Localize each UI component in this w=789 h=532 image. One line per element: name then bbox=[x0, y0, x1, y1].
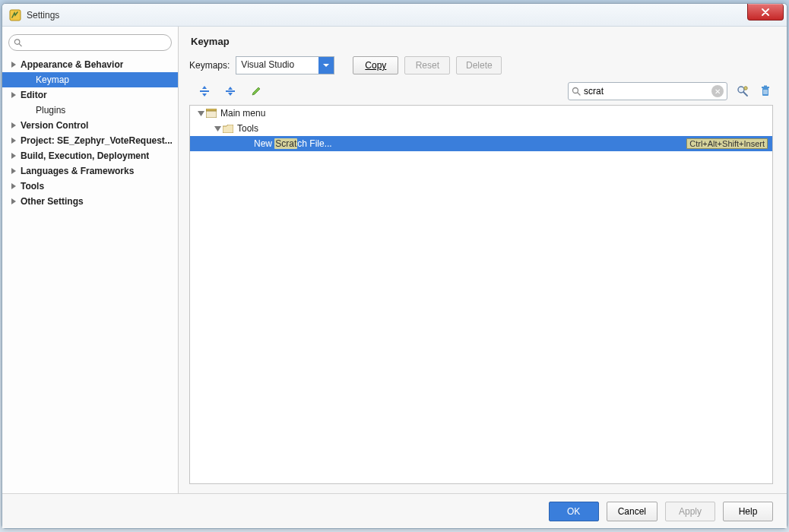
svg-line-2 bbox=[19, 44, 21, 46]
svg-point-5 bbox=[573, 88, 578, 93]
expand-all-icon[interactable] bbox=[197, 84, 212, 99]
footer: OK Cancel Apply Help bbox=[2, 493, 787, 528]
chevron-right-icon bbox=[10, 198, 17, 205]
svg-point-9 bbox=[744, 87, 747, 90]
svg-line-6 bbox=[578, 93, 580, 95]
sidebar-item-label: Tools bbox=[21, 181, 44, 192]
sidebar-item[interactable]: Languages & Frameworks bbox=[2, 163, 178, 179]
find-by-shortcut-icon[interactable] bbox=[735, 84, 750, 99]
app-icon bbox=[8, 8, 22, 22]
search-icon bbox=[14, 38, 22, 47]
svg-line-8 bbox=[743, 92, 747, 96]
sidebar-item[interactable]: Tools bbox=[2, 179, 178, 194]
chevron-right-icon bbox=[10, 137, 17, 144]
chevron-down-icon bbox=[213, 125, 222, 132]
keymap-row-label: Main menu bbox=[220, 108, 768, 119]
window-close-button[interactable] bbox=[747, 4, 784, 21]
reset-button[interactable]: Reset bbox=[404, 56, 450, 74]
menu-icon bbox=[205, 109, 217, 118]
window-title: Settings bbox=[27, 10, 59, 21]
chevron-down-icon bbox=[196, 110, 205, 117]
chevron-right-icon bbox=[10, 182, 17, 190]
keymaps-label: Keymaps: bbox=[189, 60, 230, 71]
action-row: ✕ bbox=[189, 82, 773, 100]
chevron-right-icon bbox=[25, 76, 33, 84]
sidebar-item[interactable]: Plugins bbox=[2, 103, 178, 118]
filter-input-field[interactable] bbox=[584, 86, 708, 97]
delete-button[interactable]: Delete bbox=[456, 56, 502, 74]
svg-rect-12 bbox=[764, 86, 767, 87]
keymap-row-label: Tools bbox=[237, 123, 768, 134]
chevron-right-icon bbox=[25, 106, 33, 114]
ok-button[interactable]: OK bbox=[549, 502, 599, 521]
svg-rect-3 bbox=[200, 90, 209, 92]
svg-rect-4 bbox=[226, 90, 235, 92]
keymap-row-label: New Scratch File... bbox=[254, 138, 686, 149]
sidebar-item-label: Project: SE_Zephyr_VoteRequest... bbox=[21, 135, 173, 146]
titlebar: Settings bbox=[2, 4, 787, 27]
sidebar-item[interactable]: Appearance & Behavior bbox=[2, 57, 178, 72]
keymap-select-value: Visual Studio bbox=[236, 57, 318, 74]
keymap-tree-row[interactable]: Main menu bbox=[190, 106, 772, 121]
copy-button[interactable]: Copy bbox=[353, 56, 398, 74]
sidebar-search-input[interactable] bbox=[25, 37, 166, 48]
trash-icon[interactable] bbox=[758, 84, 773, 99]
svg-rect-17 bbox=[206, 111, 217, 118]
keymap-tree-row[interactable]: Tools bbox=[190, 121, 772, 136]
filter-input[interactable]: ✕ bbox=[568, 82, 727, 100]
settings-window: Settings Appearance & BehaviorKeymapEdit… bbox=[2, 3, 787, 529]
sidebar-item[interactable]: Keymap bbox=[2, 72, 178, 87]
chevron-right-icon bbox=[10, 91, 17, 99]
sidebar-item-label: Languages & Frameworks bbox=[21, 166, 134, 176]
sidebar-item-label: Version Control bbox=[21, 120, 88, 131]
keymap-row: Keymaps: Visual Studio Copy Reset Delete bbox=[189, 56, 773, 74]
sidebar-item[interactable]: Editor bbox=[2, 87, 178, 103]
main-panel: Keymap Keymaps: Visual Studio Copy Reset… bbox=[179, 27, 787, 493]
sidebar-item-label: Editor bbox=[21, 90, 47, 100]
chevron-right-icon bbox=[10, 167, 17, 175]
settings-tree: Appearance & BehaviorKeymapEditorPlugins… bbox=[2, 55, 178, 209]
sidebar-search[interactable] bbox=[8, 34, 172, 51]
keymap-select[interactable]: Visual Studio bbox=[236, 56, 334, 74]
sidebar-item-label: Appearance & Behavior bbox=[21, 59, 123, 70]
collapse-all-icon[interactable] bbox=[223, 84, 238, 99]
svg-point-1 bbox=[14, 40, 19, 44]
sidebar-item-label: Build, Execution, Deployment bbox=[21, 150, 149, 161]
clear-icon[interactable]: ✕ bbox=[711, 85, 724, 97]
sidebar: Appearance & BehaviorKeymapEditorPlugins… bbox=[2, 27, 179, 493]
sidebar-item-label: Plugins bbox=[36, 105, 65, 116]
page-title: Keymap bbox=[191, 36, 773, 47]
shortcut-badge: Ctrl+Alt+Shift+Insert bbox=[686, 138, 768, 149]
folder-icon bbox=[222, 125, 234, 133]
sidebar-item[interactable]: Other Settings bbox=[2, 194, 178, 209]
search-icon bbox=[572, 87, 581, 96]
sidebar-item[interactable]: Version Control bbox=[2, 118, 178, 133]
apply-button[interactable]: Apply bbox=[665, 502, 715, 521]
chevron-down-icon bbox=[318, 57, 334, 74]
chevron-right-icon bbox=[10, 122, 17, 129]
cancel-button[interactable]: Cancel bbox=[607, 502, 658, 521]
keymap-tree-row[interactable]: New Scratch File...Ctrl+Alt+Shift+Insert bbox=[190, 136, 772, 151]
chevron-right-icon bbox=[10, 61, 17, 68]
sidebar-item[interactable]: Project: SE_Zephyr_VoteRequest... bbox=[2, 133, 178, 148]
help-button[interactable]: Help bbox=[723, 502, 773, 521]
chevron-right-icon bbox=[10, 152, 17, 160]
sidebar-item-label: Other Settings bbox=[21, 196, 84, 207]
edit-icon[interactable] bbox=[249, 84, 264, 99]
keymap-tree[interactable]: Main menuToolsNew Scratch File...Ctrl+Al… bbox=[189, 105, 773, 484]
sidebar-item[interactable]: Build, Execution, Deployment bbox=[2, 148, 178, 163]
content-area: Appearance & BehaviorKeymapEditorPlugins… bbox=[2, 27, 787, 493]
svg-rect-11 bbox=[762, 87, 769, 88]
sidebar-item-label: Keymap bbox=[36, 74, 69, 85]
